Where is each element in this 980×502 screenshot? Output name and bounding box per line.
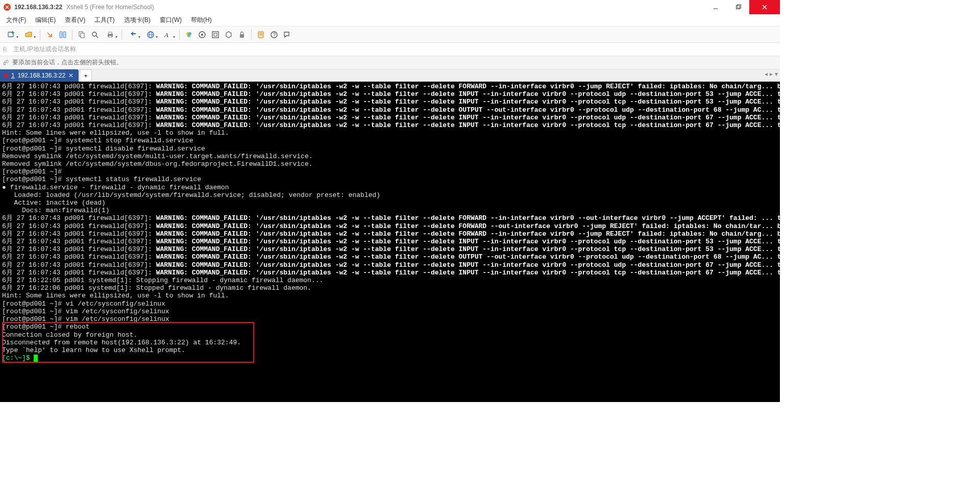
svg-rect-10 bbox=[81, 33, 84, 38]
copy-button[interactable] bbox=[76, 29, 88, 41]
tab-close-icon[interactable]: ✕ bbox=[68, 72, 74, 79]
new-session-button[interactable]: ▾ bbox=[3, 29, 19, 41]
terminal-line: ● firewalld.service - firewalld - dynami… bbox=[2, 184, 778, 191]
encoding-button[interactable]: ▾ bbox=[142, 29, 159, 41]
svg-line-12 bbox=[96, 36, 98, 38]
reconnect-button[interactable] bbox=[43, 29, 56, 41]
toolbar: ▾ ▾ ▾ ▾ ▾ A▾ ? bbox=[0, 27, 780, 43]
terminal-line: 6月 27 16:22:05 pd001 systemd[1]: Stoppin… bbox=[2, 277, 778, 284]
separator-icon bbox=[40, 30, 40, 40]
lock-button[interactable] bbox=[236, 29, 248, 41]
terminal-line: [root@pd001 ~]# systemctl status firewal… bbox=[2, 175, 778, 183]
window-subtitle: Xshell 5 (Free for Home/School) bbox=[66, 4, 154, 11]
terminal-line: 6月 27 16:07:43 pd001 firewalld[6397]: WA… bbox=[2, 114, 778, 121]
menu-tabs[interactable]: 选项卡(B) bbox=[120, 15, 155, 26]
plus-icon: + bbox=[84, 72, 88, 80]
terminal-line: 6月 27 16:07:43 pd001 firewalld[6397]: WA… bbox=[2, 106, 778, 114]
close-button[interactable] bbox=[749, 0, 780, 14]
print-button[interactable]: ▾ bbox=[102, 29, 118, 41]
find-button[interactable] bbox=[89, 29, 101, 41]
terminal-line: 6月 27 16:07:43 pd001 firewalld[6397]: WA… bbox=[2, 98, 778, 106]
font-button[interactable]: A▾ bbox=[160, 29, 176, 41]
terminal-line: Docs: man:firewalld(1) bbox=[2, 207, 778, 214]
highlight-button[interactable] bbox=[196, 29, 208, 41]
terminal-line: [root@pd001 ~]# systemctl stop firewalld… bbox=[2, 137, 778, 144]
menu-window[interactable]: 窗口(W) bbox=[156, 15, 186, 26]
separator-icon bbox=[251, 30, 252, 40]
titlebar[interactable]: 192.168.136.3:22 Xshell 5 (Free for Home… bbox=[0, 0, 780, 14]
app-logo-icon bbox=[3, 3, 11, 11]
svg-rect-26 bbox=[214, 33, 217, 36]
menu-help[interactable]: 帮助(H) bbox=[187, 15, 216, 26]
tab-list-icon[interactable]: ▾ bbox=[775, 70, 778, 78]
separator-icon bbox=[72, 30, 72, 40]
tab-strip: 1 192.168.136.3:22 ✕ + ◂ ▸ ▾ bbox=[0, 69, 780, 82]
menu-tools[interactable]: 工具(T) bbox=[90, 15, 118, 26]
tab-prev-icon[interactable]: ◂ bbox=[765, 70, 768, 78]
svg-rect-15 bbox=[109, 36, 112, 37]
terminal-line: Active: inactive (dead) bbox=[2, 199, 778, 207]
terminal-line: 6月 27 16:07:43 pd001 firewalld[6397]: WA… bbox=[2, 230, 778, 238]
menu-edit[interactable]: 编辑(E) bbox=[31, 15, 60, 26]
svg-rect-8 bbox=[63, 32, 66, 38]
properties-button[interactable] bbox=[255, 29, 267, 41]
maximize-button[interactable] bbox=[727, 0, 749, 14]
session-hint-bar: ⮳ 要添加当前会话，点击左侧的箭头按钮。 bbox=[0, 56, 780, 69]
transparent-button[interactable] bbox=[223, 29, 235, 41]
svg-rect-3 bbox=[738, 5, 741, 8]
session-hint-text: 要添加当前会话，点击左侧的箭头按钮。 bbox=[12, 58, 122, 67]
terminal-line: 6月 27 16:07:43 pd001 firewalld[6397]: WA… bbox=[2, 121, 778, 129]
terminal-line: Disconnected from remote host(192.168.13… bbox=[2, 339, 778, 346]
address-placeholder: 主机,IP地址或会话名称 bbox=[13, 45, 76, 54]
svg-text:?: ? bbox=[273, 32, 276, 38]
open-button[interactable]: ▾ bbox=[20, 29, 37, 41]
terminal-line: 6月 27 16:07:43 pd001 firewalld[6397]: WA… bbox=[2, 214, 778, 222]
terminal-line: 6月 27 16:07:43 pd001 firewalld[6397]: WA… bbox=[2, 261, 778, 269]
arrow-hint-icon[interactable]: ⮳ bbox=[3, 59, 9, 66]
minimize-button[interactable] bbox=[704, 0, 727, 14]
terminal-line: 6月 27 16:07:43 pd001 firewalld[6397]: WA… bbox=[2, 238, 778, 245]
menu-view[interactable]: 查看(V) bbox=[61, 15, 89, 26]
svg-rect-27 bbox=[240, 34, 244, 38]
svg-rect-7 bbox=[60, 32, 62, 38]
window-title: 192.168.136.3:22 bbox=[14, 4, 62, 11]
terminal-line: [root@pd001 ~]# bbox=[2, 168, 778, 175]
bottom-border bbox=[0, 394, 780, 402]
terminal-line: [c:\~]$ bbox=[2, 354, 778, 362]
terminal-line: Hint: Some lines were ellipsized, use -l… bbox=[2, 129, 778, 137]
fullscreen-button[interactable] bbox=[209, 29, 222, 41]
terminal-line: 6月 27 16:07:43 pd001 firewalld[6397]: WA… bbox=[2, 269, 778, 277]
terminal-line: Removed symlink /etc/systemd/system/mult… bbox=[2, 153, 778, 160]
terminal-line: 6月 27 16:07:43 pd001 firewalld[6397]: WA… bbox=[2, 222, 778, 230]
about-button[interactable] bbox=[281, 29, 293, 41]
address-bar[interactable]: ⎘ 主机,IP地址或会话名称 bbox=[0, 43, 780, 56]
svg-rect-14 bbox=[109, 32, 112, 34]
color-scheme-button[interactable] bbox=[183, 29, 195, 41]
tab-index: 1 bbox=[11, 72, 15, 79]
terminal-line: 6月 27 16:22:06 pd001 systemd[1]: Stopped… bbox=[2, 284, 778, 292]
disconnect-button[interactable] bbox=[57, 29, 69, 41]
svg-point-22 bbox=[187, 34, 190, 37]
menubar: 文件(F) 编辑(E) 查看(V) 工具(T) 选项卡(B) 窗口(W) 帮助(… bbox=[0, 14, 780, 27]
terminal-line: [root@pd001 ~]# vi /etc/sysconfig/selinu… bbox=[2, 300, 778, 308]
terminal-line: Type `help' to learn how to use Xshell p… bbox=[2, 346, 778, 354]
terminal-line: Loaded: loaded (/usr/lib/systemd/system/… bbox=[2, 191, 778, 199]
terminal-pane[interactable]: 6月 27 16:07:43 pd001 firewalld[6397]: WA… bbox=[0, 82, 780, 400]
svg-rect-2 bbox=[737, 6, 740, 9]
terminal-line: [root@pd001 ~]# systemctl disable firewa… bbox=[2, 145, 778, 153]
tab-label: 192.168.136.3:22 bbox=[18, 72, 65, 79]
svg-rect-25 bbox=[212, 32, 218, 38]
transfer-button[interactable]: ▾ bbox=[125, 29, 141, 41]
menu-file[interactable]: 文件(F) bbox=[2, 15, 30, 26]
help-button[interactable]: ? bbox=[268, 29, 280, 41]
tab-active[interactable]: 1 192.168.136.3:22 ✕ bbox=[0, 69, 79, 82]
svg-point-24 bbox=[201, 34, 203, 36]
terminal-line: 6月 27 16:07:43 pd001 firewalld[6397]: WA… bbox=[2, 245, 778, 253]
new-tab-button[interactable]: + bbox=[80, 69, 92, 82]
separator-icon bbox=[179, 30, 180, 40]
terminal-line: 6月 27 16:07:43 pd001 firewalld[6397]: WA… bbox=[2, 253, 778, 261]
tab-next-icon[interactable]: ▸ bbox=[770, 70, 773, 78]
terminal-line: 6月 27 16:07:43 pd001 firewalld[6397]: WA… bbox=[2, 90, 778, 98]
separator-icon bbox=[121, 30, 122, 40]
link-icon: ⎘ bbox=[3, 46, 11, 53]
